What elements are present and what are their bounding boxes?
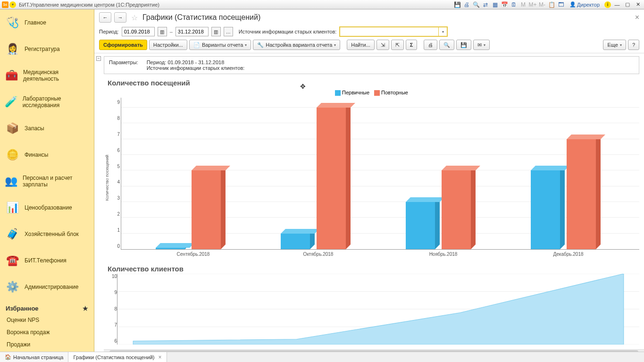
nav-label: Лабораторные исследования bbox=[23, 95, 89, 109]
close-button[interactable]: ✕ bbox=[634, 1, 642, 8]
x-label: Ноябрь.2018 bbox=[429, 252, 458, 257]
source-input[interactable] bbox=[340, 27, 438, 36]
user-label[interactable]: 👤 Директор bbox=[569, 1, 600, 8]
nav-label: Регистратура bbox=[25, 46, 60, 52]
mminus-icon[interactable]: M- bbox=[538, 1, 546, 8]
period-select-button[interactable]: … bbox=[224, 27, 233, 36]
favorites-header: Избранное ★ bbox=[0, 300, 94, 314]
tab-report-close[interactable]: × bbox=[158, 354, 161, 361]
params-source: Источник информации старых клиентов: bbox=[147, 65, 245, 71]
find-button[interactable]: Найти... bbox=[347, 40, 375, 50]
star-icon[interactable]: ★ bbox=[83, 305, 88, 312]
preview-icon[interactable]: 🔍 bbox=[472, 1, 480, 8]
favorite-toggle[interactable]: ☆ bbox=[129, 12, 140, 23]
sidebar-item[interactable]: ⚙️Администрирование bbox=[0, 274, 94, 300]
sidebar-item[interactable]: ☎️БИТ.Телефония bbox=[0, 247, 94, 274]
nav-icon: 🩺 bbox=[5, 15, 20, 30]
expand-button[interactable]: ⇲ bbox=[376, 40, 389, 50]
m-icon[interactable]: M bbox=[519, 1, 527, 8]
favorite-item[interactable]: Продажи bbox=[0, 338, 94, 351]
source-input-group: ▾ bbox=[339, 26, 448, 37]
preview-button[interactable]: 🔍 bbox=[439, 40, 454, 50]
params-caption: Параметры: bbox=[109, 59, 138, 71]
favorite-item[interactable]: Воронка продаж bbox=[0, 326, 94, 338]
maximize-button[interactable]: ▢ bbox=[623, 1, 632, 8]
more-button[interactable]: Еще ▾ bbox=[603, 40, 626, 50]
info-icon[interactable]: i bbox=[604, 1, 611, 8]
nav-label: Запасы bbox=[25, 125, 44, 132]
chart2-title: Количество клиентов bbox=[104, 262, 644, 274]
nav-icon: 🧳 bbox=[5, 227, 20, 242]
sum-button[interactable]: Σ bbox=[406, 40, 418, 50]
sidebar-item[interactable]: 🧳Хозяйственный блок bbox=[0, 221, 94, 247]
nav-label: Медицинская деятельность bbox=[23, 69, 89, 83]
nav-icon: ⚙️ bbox=[5, 279, 20, 295]
nav-label: Главное bbox=[25, 19, 46, 26]
nav-icon: 📦 bbox=[5, 121, 20, 136]
period-from-calendar[interactable]: ▥ bbox=[158, 27, 167, 36]
report-area[interactable]: − Параметры: Период: 01.09.2018 - 31.12.… bbox=[94, 53, 644, 352]
sidebar-item[interactable]: 🩺Главное bbox=[0, 9, 94, 36]
legend-item: Первичные bbox=[335, 90, 369, 96]
grid-icon[interactable]: ▦ bbox=[491, 1, 499, 8]
sidebar-item[interactable]: 🧰Медицинская деятельность bbox=[0, 62, 94, 89]
period-to-calendar[interactable]: ▥ bbox=[211, 27, 221, 36]
tab-report[interactable]: Графики (Статистика посещений)× bbox=[68, 352, 167, 362]
sidebar: 🩺Главное👩‍⚕️Регистратура🧰Медицинская дея… bbox=[0, 9, 94, 352]
nav-label: Персонал и расчет зарплаты bbox=[23, 175, 89, 188]
chart1-plot: Сентябрь.2018Октябрь.2018Ноябрь.2018Дека… bbox=[121, 98, 639, 250]
forward-button[interactable]: → bbox=[114, 12, 126, 23]
chart1-yaxis: 9876543210 bbox=[109, 98, 121, 258]
legend-item: Повторные bbox=[374, 90, 408, 96]
report-variants-button[interactable]: 📄 Варианты отчета ▾ bbox=[189, 40, 251, 50]
email-button[interactable]: ✉ ▾ bbox=[473, 40, 490, 50]
help-button[interactable]: ? bbox=[628, 40, 639, 50]
period-from-input[interactable] bbox=[122, 27, 155, 36]
chart1-ylabel: Количество посещений bbox=[104, 155, 109, 201]
nav-label: Ценообразование bbox=[25, 204, 72, 211]
calendar-icon[interactable]: 📅 bbox=[501, 1, 508, 8]
compare-icon[interactable]: ⇄ bbox=[482, 1, 489, 8]
sidebar-item[interactable]: 👥Персонал и расчет зарплаты bbox=[0, 168, 94, 194]
nav-label: Хозяйственный блок bbox=[25, 231, 79, 237]
collapse-button[interactable]: ⇱ bbox=[391, 40, 404, 50]
settings-button[interactable]: Настройки... bbox=[149, 40, 187, 50]
sidebar-item[interactable]: 📦Запасы bbox=[0, 115, 94, 142]
clipboard-icon[interactable]: 📋 bbox=[548, 1, 555, 8]
generate-button[interactable]: Сформировать bbox=[99, 40, 147, 50]
user-name: Директор bbox=[577, 2, 600, 8]
titlebar: 1c ▾ БИТ.Управление медицинским центром … bbox=[0, 0, 644, 9]
close-view-button[interactable]: × bbox=[635, 13, 639, 22]
chart1-legend: ПервичныеПовторные bbox=[104, 88, 639, 98]
collapse-toggle[interactable]: − bbox=[96, 56, 101, 61]
windows-icon[interactable]: 🗔 bbox=[557, 1, 565, 8]
favorite-item[interactable]: Приёмы врача bbox=[0, 351, 94, 352]
minimize-button[interactable]: — bbox=[613, 1, 621, 8]
save-icon[interactable]: 💾 bbox=[453, 1, 461, 8]
sidebar-item[interactable]: 🪙Финансы bbox=[0, 142, 94, 168]
variant-settings-button[interactable]: 🔧 Настройка варианта отчета ▾ bbox=[253, 40, 340, 50]
save-button[interactable]: 💾 bbox=[456, 40, 471, 50]
calc-icon[interactable]: 🗓 bbox=[510, 1, 518, 8]
print-icon[interactable]: 🖨 bbox=[463, 1, 470, 8]
favorite-item[interactable]: Оценки NPS bbox=[0, 314, 94, 326]
sidebar-item[interactable]: 👩‍⚕️Регистратура bbox=[0, 36, 94, 62]
bar bbox=[317, 108, 351, 249]
source-dropdown-button[interactable]: ▾ bbox=[438, 27, 447, 36]
bar bbox=[156, 248, 190, 249]
back-button[interactable]: ← bbox=[99, 12, 111, 23]
mplus-icon[interactable]: M+ bbox=[529, 1, 536, 8]
tab-start[interactable]: 🏠 Начальная страница bbox=[0, 352, 68, 362]
bottom-tabs: 🏠 Начальная страница Графики (Статистика… bbox=[0, 352, 644, 362]
sidebar-item[interactable]: 🧪Лабораторные исследования bbox=[0, 89, 94, 115]
horizontal-scrollbar[interactable] bbox=[104, 349, 644, 352]
nav-icon: 🧰 bbox=[5, 68, 18, 83]
nav-icon: 🧪 bbox=[5, 94, 18, 109]
bar bbox=[442, 170, 476, 249]
print-button[interactable]: 🖨 bbox=[424, 40, 437, 50]
sidebar-item[interactable]: 📊Ценообразование bbox=[0, 194, 94, 221]
clients-chart: 109876 bbox=[104, 274, 639, 345]
bar bbox=[406, 202, 440, 249]
period-to-input[interactable] bbox=[176, 27, 209, 36]
app-menu-dropdown[interactable]: ▾ bbox=[9, 1, 16, 8]
